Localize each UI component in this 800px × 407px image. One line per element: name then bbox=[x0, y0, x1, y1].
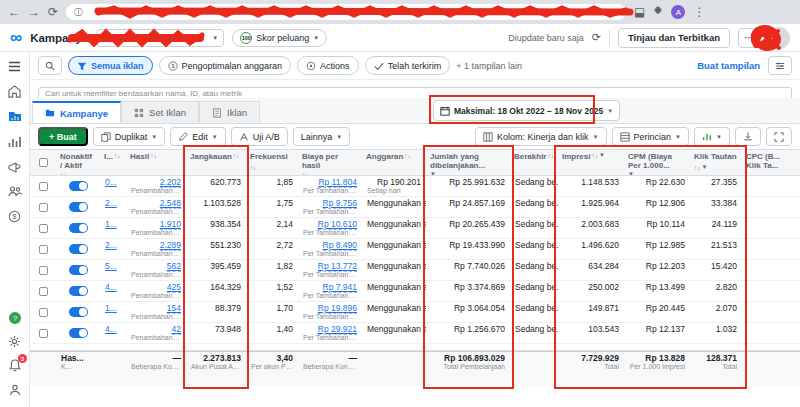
date-range-selector[interactable]: Maksimal: 18 Okt 2022 – 18 Nov 2025 ▼ bbox=[433, 100, 620, 121]
tab-set-iklan[interactable]: Set Iklan bbox=[121, 101, 199, 123]
row-checkbox[interactable] bbox=[39, 224, 48, 233]
biaya-link[interactable]: Rp 13.772 bbox=[318, 261, 357, 272]
campaign-name-link[interactable]: 5... bbox=[105, 261, 117, 271]
biaya-link[interactable]: Rp 11.804 bbox=[318, 177, 357, 188]
export-button[interactable] bbox=[735, 127, 761, 146]
col-biaya-per-hasil[interactable]: Biaya per hasil↑↓ bbox=[298, 150, 362, 175]
biaya-link[interactable]: Rp 9.756 bbox=[323, 198, 358, 209]
account-selector[interactable]: ▼ bbox=[96, 29, 224, 47]
campaign-name-link[interactable]: 1... bbox=[105, 219, 117, 229]
actions-filter[interactable]: Actions bbox=[297, 56, 359, 75]
duplicate-button[interactable]: Duplikat▼ bbox=[93, 127, 165, 146]
col-frekuensi[interactable]: Frekuensi↑↓ bbox=[246, 150, 298, 175]
row-checkbox[interactable] bbox=[39, 203, 48, 212]
campaign-name-link[interactable]: 2... bbox=[105, 240, 117, 250]
campaign-name-link[interactable]: 4... bbox=[105, 324, 117, 334]
col-cpc[interactable]: CPC (B... Klik Ta... bbox=[742, 150, 800, 175]
reload-icon[interactable]: ⟳ bbox=[48, 6, 58, 18]
account-overview-icon[interactable] bbox=[7, 84, 22, 99]
view-settings-icon[interactable] bbox=[768, 56, 792, 75]
active-toggle[interactable] bbox=[69, 244, 88, 254]
active-toggle[interactable] bbox=[69, 223, 88, 233]
row-checkbox[interactable] bbox=[39, 308, 48, 317]
more-actions-button[interactable]: Lainnya▼ bbox=[293, 127, 350, 146]
back-icon[interactable]: ← bbox=[8, 6, 20, 18]
active-toggle[interactable] bbox=[69, 286, 88, 296]
col-name[interactable]: I...↑↓ bbox=[100, 150, 126, 175]
campaign-name-link[interactable]: 2... bbox=[105, 198, 117, 208]
col-impresi[interactable]: Impresi↑↓▼ bbox=[558, 150, 624, 175]
hamburger-menu-icon[interactable] bbox=[7, 59, 22, 74]
forward-icon[interactable]: → bbox=[28, 6, 40, 18]
campaign-name-link[interactable]: 4... bbox=[105, 282, 117, 292]
create-view-button[interactable]: Buat tampilan bbox=[697, 60, 760, 71]
reports-button[interactable]: ▼ bbox=[694, 127, 730, 146]
extensions-icon[interactable] bbox=[653, 6, 663, 18]
user-avatar[interactable] bbox=[768, 27, 790, 49]
hasil-link[interactable]: 562 bbox=[167, 261, 181, 272]
biaya-link[interactable]: Rp 7.941 bbox=[323, 282, 358, 293]
col-klik-tautan[interactable]: Klik Tautan↑↓▼ bbox=[690, 150, 742, 175]
create-button[interactable]: + Buat bbox=[38, 127, 88, 146]
ab-test-button[interactable]: Uji A/B bbox=[231, 127, 288, 146]
col-anggaran[interactable]: Anggaran↑↓ bbox=[362, 150, 426, 175]
active-toggle[interactable] bbox=[69, 307, 88, 317]
tab-kampanye[interactable]: Kampanye bbox=[32, 101, 121, 123]
all-ads-filter[interactable]: Semua iklan bbox=[68, 56, 153, 75]
ads-reporting-icon[interactable] bbox=[7, 134, 22, 149]
row-checkbox[interactable] bbox=[39, 329, 48, 338]
col-berakhir[interactable]: Berakhir↑↓ bbox=[510, 150, 558, 175]
meta-logo-icon[interactable]: ∞ bbox=[10, 29, 22, 46]
search-button[interactable] bbox=[38, 56, 62, 75]
col-hasil[interactable]: Hasil↑↓ bbox=[126, 150, 186, 175]
review-publish-button[interactable]: Tinjau dan Terbitkan bbox=[618, 28, 730, 48]
budget-optimization-filter[interactable]: $ Pengoptimalan anggaran bbox=[159, 56, 292, 75]
bookmark-star-icon[interactable]: ☆ bbox=[610, 7, 618, 17]
row-checkbox[interactable] bbox=[39, 182, 48, 191]
hasil-link[interactable]: 154 bbox=[167, 303, 181, 314]
biaya-link[interactable]: Rp 10.610 bbox=[318, 219, 357, 230]
row-checkbox[interactable] bbox=[39, 266, 48, 275]
active-toggle[interactable] bbox=[69, 181, 88, 191]
biaya-link[interactable]: Rp 8.490 bbox=[323, 240, 358, 251]
col-jumlah-dibelanjakan[interactable]: Jumlah yang dibelanjakan...▼ bbox=[426, 150, 510, 175]
active-toggle[interactable] bbox=[69, 202, 88, 212]
settings-gear-icon[interactable] bbox=[7, 334, 22, 349]
campaigns-icon[interactable] bbox=[7, 109, 22, 124]
campaign-name-link[interactable]: 0... bbox=[105, 177, 117, 187]
hasil-link[interactable]: 42 bbox=[172, 324, 181, 335]
help-icon[interactable]: ? bbox=[7, 310, 22, 325]
hasil-link[interactable]: 2.202 bbox=[160, 177, 181, 188]
col-nonaktif-aktif[interactable]: Nonaktif / Aktif↑↓ bbox=[56, 150, 100, 175]
col-jangkauan[interactable]: Jangkauan↑↓ bbox=[186, 150, 246, 175]
audiences-icon[interactable] bbox=[7, 184, 22, 199]
expand-button[interactable] bbox=[766, 127, 792, 146]
tab-iklan[interactable]: Iklan bbox=[199, 101, 260, 123]
megaphone-icon[interactable] bbox=[7, 159, 22, 174]
biaya-link[interactable]: Rp 29.921 bbox=[318, 324, 357, 335]
url-bar[interactable]: ⓘ ☆ bbox=[66, 4, 626, 20]
hasil-link[interactable]: 2.289 bbox=[160, 240, 181, 251]
row-checkbox[interactable] bbox=[39, 287, 48, 296]
kebab-menu-icon[interactable]: ⋮ bbox=[693, 6, 705, 18]
col-cpm[interactable]: CPM (Biaya Per 1.000...▼ bbox=[624, 150, 690, 175]
active-toggle[interactable] bbox=[69, 265, 88, 275]
header-more-button[interactable]: ⋯ bbox=[738, 28, 760, 48]
notifications-bell-icon[interactable]: 3 bbox=[7, 358, 22, 373]
browser-profile-avatar[interactable]: A bbox=[671, 5, 685, 19]
side-panel-icon[interactable]: ⬓ bbox=[634, 6, 645, 18]
campaign-name-link[interactable]: 1... bbox=[105, 303, 117, 313]
more-views-link[interactable]: + 1 tampilan lain bbox=[456, 61, 522, 71]
site-info-icon[interactable]: ⓘ bbox=[74, 6, 83, 19]
billing-icon[interactable]: $ bbox=[7, 209, 22, 224]
opportunity-score-pill[interactable]: 100 Skor peluang ▼ bbox=[232, 29, 327, 47]
hasil-link[interactable]: 1.910 bbox=[160, 219, 181, 230]
row-checkbox[interactable] bbox=[39, 245, 48, 254]
refresh-icon[interactable]: ⟳ bbox=[592, 31, 601, 44]
biaya-link[interactable]: Rp 19.896 bbox=[318, 303, 357, 314]
active-toggle[interactable] bbox=[69, 328, 88, 338]
breakdown-button[interactable]: Perincian▼ bbox=[612, 127, 689, 146]
account-person-icon[interactable] bbox=[7, 382, 22, 397]
select-all-checkbox[interactable] bbox=[39, 158, 48, 167]
hasil-link[interactable]: 425 bbox=[167, 282, 181, 293]
